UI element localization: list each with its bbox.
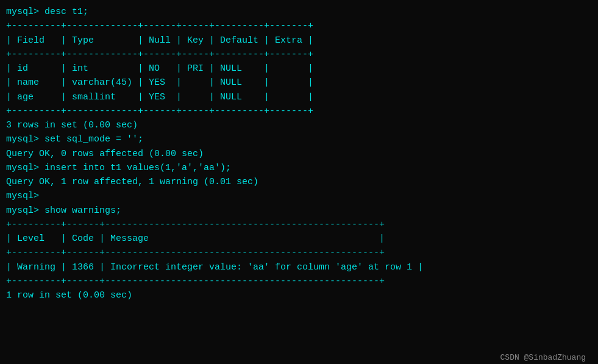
terminal-line: | Warning | 1366 | Incorrect integer val…	[6, 260, 592, 274]
terminal-line: 1 row in set (0.00 sec)	[6, 288, 592, 302]
terminal-line: | name | varchar(45) | YES | | NULL | |	[6, 76, 592, 90]
terminal-line: 3 rows in set (0.00 sec)	[6, 118, 592, 132]
terminal-line: | age | smallint | YES | | NULL | |	[6, 90, 592, 104]
terminal-line: +---------+-------------+------+-----+--…	[6, 19, 592, 33]
terminal-window: mysql> desc t1;+---------+-------------+…	[6, 5, 592, 364]
terminal-line: Query OK, 0 rows affected (0.00 sec)	[6, 147, 592, 161]
terminal-line: | id | int | NO | PRI | NULL | |	[6, 62, 592, 76]
terminal-line: +---------+------+----------------------…	[6, 274, 592, 288]
terminal-line: | Field | Type | Null | Key | Default | …	[6, 34, 592, 48]
terminal-line: +---------+------+----------------------…	[6, 218, 592, 232]
terminal-line: mysql> desc t1;	[6, 5, 592, 19]
terminal-line: Query OK, 1 row affected, 1 warning (0.0…	[6, 175, 592, 189]
terminal-line: mysql>	[6, 189, 592, 203]
watermark: CSDN @SinbadZhuang	[500, 352, 586, 364]
terminal-line: mysql> insert into t1 values(1,'a','aa')…	[6, 161, 592, 175]
terminal-line: +---------+-------------+------+-----+--…	[6, 104, 592, 118]
terminal-line: | Level | Code | Message |	[6, 232, 592, 246]
terminal-line: +---------+-------------+------+-----+--…	[6, 48, 592, 62]
terminal-line: mysql> show warnings;	[6, 204, 592, 218]
terminal-line: mysql> set sql_mode = '';	[6, 132, 592, 146]
terminal-line: +---------+------+----------------------…	[6, 246, 592, 260]
